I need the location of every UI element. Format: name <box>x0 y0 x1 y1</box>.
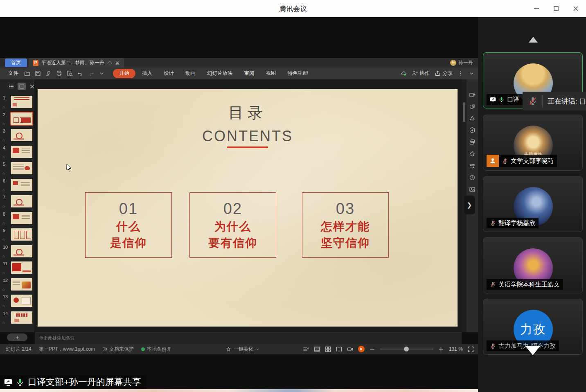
slide-thumbnail-row[interactable]: 6 ☆ <box>0 179 35 191</box>
print-preview-icon[interactable] <box>67 70 73 77</box>
slide-title-en[interactable]: CONTENTS <box>38 128 458 145</box>
slide-thumbnail[interactable] <box>11 311 32 324</box>
slide-star-icon: ☆ <box>2 288 5 292</box>
slide-layout-icon[interactable] <box>469 92 476 98</box>
add-slide-button[interactable]: + <box>7 333 27 341</box>
wps-home-tab[interactable]: 首页 <box>5 59 27 67</box>
section-box-3[interactable]: 03 怎样才能 坚守信仰 <box>302 192 389 258</box>
slide-thumbnail-row[interactable]: 5 ☆ <box>0 162 35 174</box>
slide-thumbnail-row[interactable]: 2 ☆ <box>0 113 35 125</box>
minimize-button[interactable] <box>532 4 541 13</box>
slide-thumbnail[interactable] <box>11 113 32 125</box>
tab-slideshow[interactable]: 幻灯片放映 <box>202 69 238 78</box>
collaborate-button[interactable]: 协作 <box>412 70 430 77</box>
slide-thumbnail[interactable] <box>11 245 32 257</box>
scroll-up-arrow[interactable] <box>529 37 538 43</box>
slide-title-cn[interactable]: 目录 <box>38 103 458 123</box>
slide-star-icon: ☆ <box>2 271 5 275</box>
format-painter-icon[interactable] <box>45 70 52 77</box>
cloud-status-icon[interactable] <box>401 70 407 77</box>
zoom-slider-knob[interactable] <box>404 347 409 351</box>
slide-thumbnail-row[interactable]: 11 ☆ <box>0 261 35 274</box>
ribbon-tabs: 开始 插入 设计 动画 幻灯片放映 审阅 视图 特色功能 <box>113 69 313 78</box>
tab-animation[interactable]: 动画 <box>180 69 201 78</box>
participant-tile-lixiaoqiao[interactable]: 头脑发热 文学支部李晓巧 <box>483 115 583 171</box>
close-button[interactable] <box>571 4 580 13</box>
slide-thumbnail-row[interactable]: 4 ☆ <box>0 146 35 158</box>
tab-design[interactable]: 设计 <box>159 69 179 78</box>
slide-thumbnail-row[interactable]: 3 ☆ <box>0 129 35 141</box>
share-button[interactable]: 分享 <box>435 70 453 77</box>
layers-icon[interactable] <box>469 139 476 145</box>
file-menu[interactable]: 文件 <box>8 70 18 77</box>
record-screen-icon[interactable] <box>347 346 354 352</box>
play-slideshow-button[interactable] <box>358 346 365 352</box>
tab-view[interactable]: 视图 <box>261 69 281 78</box>
normal-view-icon[interactable] <box>314 346 320 352</box>
wps-document-tab[interactable]: P 平语近人第二...梦雨、孙一丹 <box>29 58 124 68</box>
tab-insert[interactable]: 插入 <box>137 69 157 78</box>
zoom-in-button[interactable] <box>438 346 444 352</box>
expand-panel-chevron[interactable]: ❯ <box>464 196 475 214</box>
protection-status[interactable]: 文档未保护 <box>102 346 134 353</box>
image-tool-icon[interactable] <box>469 186 476 193</box>
open-icon[interactable] <box>24 70 30 77</box>
slide-thumbnail-row[interactable]: 7 ☆ <box>0 195 35 207</box>
wps-account[interactable]: 丹 孙一丹 <box>450 59 473 66</box>
new-tab-button[interactable]: + <box>115 59 119 66</box>
tab-special-features[interactable]: 特色功能 <box>283 69 313 78</box>
thumbnail-view-toggle[interactable] <box>18 83 26 90</box>
collapse-ribbon-icon[interactable] <box>469 70 475 77</box>
slide-sorter-icon[interactable] <box>325 346 331 352</box>
slide-thumbnail[interactable] <box>11 295 32 307</box>
scroll-down-arrow[interactable] <box>525 346 540 355</box>
tab-start[interactable]: 开始 <box>113 69 135 78</box>
zoom-slider[interactable] <box>380 349 433 349</box>
slide-thumbnail-row[interactable]: 12 ☆ <box>0 278 35 291</box>
adjust-sliders-icon[interactable] <box>469 162 476 169</box>
maximize-button[interactable] <box>552 4 561 13</box>
redo-icon[interactable] <box>88 70 94 77</box>
slide-thumbnail[interactable] <box>11 146 32 158</box>
slide-thumbnail-row[interactable]: 14 ☆ <box>0 311 35 324</box>
slide-thumbnail-row[interactable]: 8 ☆ <box>0 212 35 224</box>
more-options-icon[interactable] <box>458 70 464 77</box>
slide-thumbnail-row[interactable]: 9 ☆ <box>0 228 35 241</box>
section-box-1[interactable]: 01 什么 是信仰 <box>85 192 172 258</box>
slide-thumbnail[interactable] <box>11 195 32 207</box>
slide-thumbnail-row[interactable]: 1 ☆ <box>0 96 35 108</box>
slide-thumbnail[interactable] <box>11 278 32 291</box>
slide-thumbnail[interactable] <box>11 129 32 141</box>
notes-bar[interactable]: 单击此处添加备注 <box>35 332 462 344</box>
slide-thumbnail[interactable] <box>11 261 32 274</box>
slide-thumbnail[interactable] <box>11 179 32 191</box>
effects-star-icon[interactable] <box>469 151 476 157</box>
tab-review[interactable]: 审阅 <box>239 69 259 78</box>
shape-fill-icon[interactable] <box>469 104 476 110</box>
quickbar-dropdown-icon[interactable] <box>99 70 105 77</box>
section-box-2[interactable]: 02 为什么 要有信仰 <box>189 192 276 258</box>
history-icon[interactable] <box>469 174 476 181</box>
fit-to-screen-icon[interactable] <box>467 346 474 352</box>
print-icon[interactable] <box>56 70 62 77</box>
wps-user-avatar: 丹 <box>450 60 456 66</box>
slide-show-settings-icon[interactable] <box>303 346 309 352</box>
beautify-button[interactable]: 一键美化 <box>226 346 259 353</box>
plugin-download-icon[interactable] <box>469 127 476 133</box>
slide-thumbnail-row[interactable]: 13 ☆ <box>0 295 35 307</box>
slide-thumbnail[interactable] <box>11 162 32 174</box>
reading-view-icon[interactable] <box>336 346 343 352</box>
save-icon[interactable] <box>35 70 41 77</box>
backup-status[interactable]: 本地备份开 <box>141 346 171 353</box>
slide-number: 8 <box>3 212 5 216</box>
material-library-icon[interactable] <box>469 115 476 122</box>
participant-tile-wanghaowen[interactable]: 英语学院本科生王皓文 <box>483 237 583 293</box>
slide-thumbnail[interactable] <box>11 96 32 108</box>
slide-thumbnail[interactable] <box>11 228 32 241</box>
slide-thumbnail[interactable] <box>11 212 32 224</box>
participant-tile-yangjiaxin[interactable]: 翻译学杨嘉欣 <box>483 176 583 232</box>
undo-icon[interactable] <box>77 70 83 77</box>
slide-thumbnail-row[interactable]: 10 ☆ <box>0 245 35 257</box>
zoom-out-button[interactable] <box>369 346 376 352</box>
outline-view-toggle[interactable] <box>7 83 16 90</box>
